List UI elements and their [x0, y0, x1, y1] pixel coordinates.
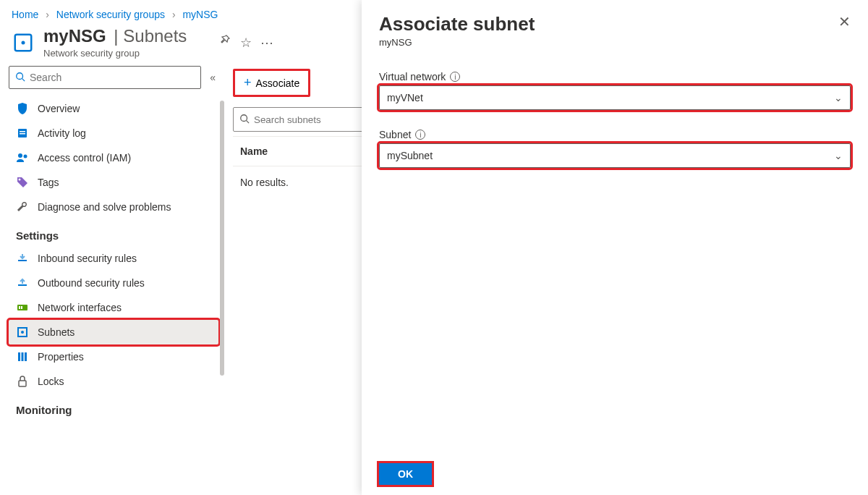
sidebar-item-activity-log[interactable]: Activity log	[9, 121, 218, 145]
info-icon[interactable]: i	[415, 130, 425, 140]
chevron-right-icon: ›	[46, 9, 49, 20]
properties-icon	[16, 350, 29, 363]
more-icon[interactable]: ⋯	[260, 35, 273, 51]
chevron-right-icon: ›	[172, 9, 176, 20]
section-settings: Settings	[9, 219, 218, 246]
vnet-value: myVNet	[387, 92, 423, 103]
associate-subnet-panel: Associate subnet myNSG ✕ Virtual network…	[362, 0, 868, 495]
breadcrumb-nsg[interactable]: Network security groups	[56, 9, 165, 20]
svg-rect-18	[22, 352, 24, 361]
subnet-label: Subnet i	[379, 129, 851, 140]
nav-label: Properties	[38, 351, 84, 363]
svg-rect-6	[20, 133, 25, 135]
nic-icon	[16, 301, 29, 314]
sidebar-search-input[interactable]	[30, 72, 195, 83]
subnet-value: mySubnet	[387, 150, 433, 161]
sidebar-item-diagnose[interactable]: Diagnose and solve problems	[9, 195, 218, 219]
svg-rect-17	[18, 352, 20, 361]
nav-label: Locks	[38, 376, 64, 387]
shield-icon	[16, 102, 29, 115]
sidebar-item-iam[interactable]: Access control (IAM)	[9, 145, 218, 170]
nsg-icon	[12, 31, 35, 54]
sidebar-item-subnets[interactable]: Subnets	[9, 320, 218, 344]
nav-label: Subnets	[38, 326, 75, 338]
sidebar-item-nics[interactable]: Network interfaces	[9, 295, 218, 320]
close-button[interactable]: ✕	[838, 13, 851, 30]
sidebar-search[interactable]	[9, 66, 201, 89]
pin-icon[interactable]	[220, 35, 231, 51]
info-icon[interactable]: i	[450, 72, 460, 82]
nav-label: Tags	[38, 177, 59, 188]
tag-icon	[16, 176, 29, 189]
sidebar-item-outbound[interactable]: Outbound security rules	[9, 271, 218, 295]
svg-point-16	[21, 331, 24, 334]
svg-point-2	[17, 72, 23, 79]
vnet-dropdown[interactable]: myVNet ⌄	[379, 85, 851, 110]
nav-label: Activity log	[38, 127, 86, 139]
close-icon: ✕	[838, 14, 851, 30]
search-icon	[239, 114, 250, 126]
svg-point-7	[18, 153, 22, 158]
svg-rect-13	[19, 306, 20, 309]
subnet-icon	[16, 326, 29, 339]
nav-label: Inbound security rules	[38, 253, 137, 264]
nav-label: Access control (IAM)	[38, 152, 131, 164]
inbound-icon	[16, 252, 29, 265]
chevron-down-icon: ⌄	[834, 150, 843, 161]
panel-title: Associate subnet	[379, 13, 535, 35]
svg-rect-14	[21, 306, 22, 309]
nav-label: Outbound security rules	[38, 277, 145, 289]
breadcrumb-current[interactable]: myNSG	[182, 9, 218, 20]
svg-line-3	[22, 78, 25, 81]
associate-button[interactable]: + Associate	[233, 69, 310, 97]
sidebar-item-properties[interactable]: Properties	[9, 344, 218, 369]
collapse-icon[interactable]: «	[207, 69, 218, 86]
section-monitoring: Monitoring	[9, 394, 218, 420]
svg-point-1	[22, 41, 25, 44]
chevron-down-icon: ⌄	[834, 92, 843, 103]
nav-label: Diagnose and solve problems	[38, 201, 171, 213]
plus-icon: +	[244, 75, 252, 90]
sidebar-item-overview[interactable]: Overview	[9, 96, 218, 121]
panel-subtitle: myNSG	[379, 37, 535, 48]
log-icon	[16, 127, 29, 140]
nav-label: Network interfaces	[38, 302, 122, 313]
subnet-dropdown[interactable]: mySubnet ⌄	[379, 143, 851, 168]
svg-point-9	[19, 179, 21, 181]
page-title: myNSG | Subnets	[43, 26, 187, 46]
sidebar-item-tags[interactable]: Tags	[9, 170, 218, 195]
svg-rect-5	[20, 131, 25, 132]
breadcrumb-home[interactable]: Home	[12, 9, 38, 20]
scrollbar[interactable]	[220, 101, 224, 376]
svg-point-21	[241, 114, 247, 121]
svg-point-8	[24, 155, 27, 158]
vnet-label: Virtual network i	[379, 71, 851, 82]
svg-line-22	[247, 120, 250, 123]
sidebar: « Overview Activity log Access control (…	[0, 64, 224, 495]
people-icon	[16, 151, 29, 164]
wrench-icon	[16, 200, 29, 213]
associate-label: Associate	[256, 77, 300, 89]
search-icon	[15, 72, 25, 84]
lock-icon	[16, 375, 29, 388]
ok-button[interactable]: OK	[379, 463, 432, 485]
page-subtitle: Network security group	[43, 48, 203, 59]
sidebar-item-locks[interactable]: Locks	[9, 369, 218, 394]
svg-rect-20	[19, 381, 26, 386]
sidebar-item-inbound[interactable]: Inbound security rules	[9, 246, 218, 271]
outbound-icon	[16, 276, 29, 289]
star-icon[interactable]: ☆	[240, 35, 252, 51]
nav-label: Overview	[38, 103, 80, 114]
svg-rect-19	[25, 352, 27, 361]
